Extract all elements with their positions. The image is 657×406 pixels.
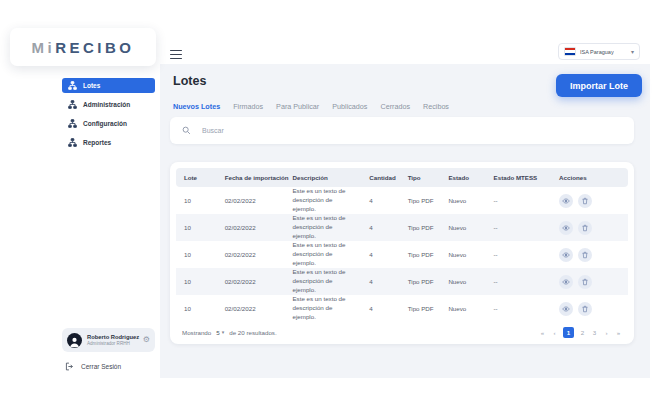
cell-tipo: Tipo PDF bbox=[400, 197, 441, 204]
cell-tipo: Tipo PDF bbox=[400, 251, 441, 258]
cell-lote: 10 bbox=[176, 251, 217, 258]
avatar bbox=[67, 333, 82, 348]
cell-fecha: 02/02/2022 bbox=[217, 278, 285, 285]
user-meta: Roberto Rodriguez Administrador RRHH bbox=[87, 334, 139, 347]
table-footer: Mostrando 5 ▾ de 20 resultados. « ‹ 1 2 … bbox=[176, 327, 628, 338]
trash-icon bbox=[581, 305, 589, 313]
cell-estado-mtess: -- bbox=[486, 305, 552, 312]
column-header-lote: Lote bbox=[176, 174, 217, 181]
cell-estado: Nuevo bbox=[440, 251, 485, 258]
pagination: « ‹ 1 2 3 › » bbox=[539, 327, 622, 338]
cell-fecha: 02/02/2022 bbox=[217, 305, 285, 312]
page-size-select[interactable]: 5 ▾ bbox=[216, 329, 224, 336]
cell-estado-mtess: -- bbox=[486, 224, 552, 231]
logout-icon bbox=[65, 362, 74, 371]
cell-cantidad: 4 bbox=[361, 224, 399, 231]
cell-estado-mtess: -- bbox=[486, 251, 552, 258]
brand-logo-text: MiRECIBO bbox=[31, 39, 134, 56]
tab-publicados[interactable]: Publicados bbox=[332, 102, 367, 111]
cell-estado-mtess: -- bbox=[486, 197, 552, 204]
tab-recibos[interactable]: Recibos bbox=[423, 102, 449, 111]
table-header-row: Lote Fecha de importación Descripción Ca… bbox=[176, 168, 628, 187]
sidebar-item-administracion[interactable]: Administración bbox=[62, 97, 155, 112]
delete-button[interactable] bbox=[578, 275, 592, 289]
column-header-cantidad: Cantidad bbox=[361, 174, 399, 181]
tab-cerrados[interactable]: Cerrados bbox=[380, 102, 410, 111]
view-button[interactable] bbox=[559, 302, 573, 316]
sidebar-item-label: Reportes bbox=[83, 139, 111, 146]
view-button[interactable] bbox=[559, 194, 573, 208]
cell-estado: Nuevo bbox=[440, 278, 485, 285]
cell-tipo: Tipo PDF bbox=[400, 305, 441, 312]
sidebar-nav: Lotes Administración Configuración Repor… bbox=[62, 78, 155, 154]
delete-button[interactable] bbox=[578, 302, 592, 316]
tabs: Nuevos Lotes Firmados Para Publicar Publ… bbox=[173, 102, 449, 111]
pagination-last[interactable]: » bbox=[615, 329, 622, 336]
results-summary: Mostrando 5 ▾ de 20 resultados. bbox=[182, 329, 277, 336]
logout-button[interactable]: Cerrar Sesión bbox=[65, 362, 121, 371]
lotes-table: Lote Fecha de importación Descripción Ca… bbox=[170, 162, 634, 344]
delete-button[interactable] bbox=[578, 248, 592, 262]
eye-icon bbox=[562, 305, 570, 313]
column-header-estado-mtess: Estado MTESS bbox=[486, 174, 552, 181]
cell-acciones bbox=[551, 275, 628, 289]
column-header-descripcion: Descripción bbox=[284, 174, 361, 181]
cell-acciones bbox=[551, 248, 628, 262]
cell-cantidad: 4 bbox=[361, 197, 399, 204]
tab-nuevos-lotes[interactable]: Nuevos Lotes bbox=[173, 102, 220, 111]
person-icon bbox=[68, 335, 81, 348]
sidebar-item-lotes[interactable]: Lotes bbox=[62, 78, 155, 93]
cell-descripcion: Este es un texto de descripción de ejemp… bbox=[284, 241, 361, 267]
table-row: 10 02/02/2022 Este es un texto de descri… bbox=[176, 187, 628, 214]
page-size-value: 5 bbox=[216, 329, 219, 336]
eye-icon bbox=[562, 251, 570, 259]
company-selector-value: ISA Paraguay bbox=[580, 49, 614, 55]
trash-icon bbox=[581, 278, 589, 286]
delete-button[interactable] bbox=[578, 221, 592, 235]
pagination-page-1[interactable]: 1 bbox=[563, 327, 574, 338]
sidebar-item-configuracion[interactable]: Configuración bbox=[62, 116, 155, 131]
sidebar-item-label: Configuración bbox=[83, 120, 127, 127]
trash-icon bbox=[581, 224, 589, 232]
cell-lote: 10 bbox=[176, 305, 217, 312]
pagination-page-3[interactable]: 3 bbox=[591, 329, 598, 336]
delete-button[interactable] bbox=[578, 194, 592, 208]
search-input[interactable] bbox=[200, 126, 622, 135]
trash-icon bbox=[581, 251, 589, 259]
company-selector[interactable]: ISA Paraguay ▾ bbox=[558, 43, 640, 60]
sidebar-item-label: Lotes bbox=[83, 82, 100, 89]
cell-fecha: 02/02/2022 bbox=[217, 251, 285, 258]
cell-lote: 10 bbox=[176, 224, 217, 231]
pagination-prev[interactable]: ‹ bbox=[551, 329, 558, 336]
user-card[interactable]: Roberto Rodriguez Administrador RRHH ⚙ bbox=[62, 328, 155, 352]
pagination-first[interactable]: « bbox=[539, 329, 546, 336]
tab-para-publicar[interactable]: Para Publicar bbox=[276, 102, 319, 111]
hamburger-menu-icon[interactable] bbox=[170, 50, 182, 59]
user-name: Roberto Rodriguez bbox=[87, 334, 139, 341]
pagination-page-2[interactable]: 2 bbox=[579, 329, 586, 336]
sidebar-item-reportes[interactable]: Reportes bbox=[62, 135, 155, 150]
pagination-next[interactable]: › bbox=[603, 329, 610, 336]
eye-icon bbox=[562, 278, 570, 286]
cell-estado: Nuevo bbox=[440, 224, 485, 231]
eye-icon bbox=[562, 197, 570, 205]
brand-prefix: Mi bbox=[31, 39, 55, 56]
cell-estado: Nuevo bbox=[440, 197, 485, 204]
view-button[interactable] bbox=[559, 221, 573, 235]
import-lote-button[interactable]: Importar Lote bbox=[556, 74, 642, 97]
view-button[interactable] bbox=[559, 248, 573, 262]
tab-firmados[interactable]: Firmados bbox=[233, 102, 263, 111]
cell-descripcion: Este es un texto de descripción de ejemp… bbox=[284, 214, 361, 240]
paraguay-flag-icon bbox=[564, 47, 576, 56]
table-row: 10 02/02/2022 Este es un texto de descri… bbox=[176, 268, 628, 295]
cell-fecha: 02/02/2022 bbox=[217, 224, 285, 231]
gear-icon[interactable]: ⚙ bbox=[143, 336, 150, 344]
chevron-down-icon: ▾ bbox=[631, 49, 634, 55]
page-title: Lotes bbox=[173, 74, 206, 88]
logout-label: Cerrar Sesión bbox=[81, 363, 121, 370]
main-content: Lotes Nuevos Lotes Firmados Para Publica… bbox=[160, 64, 650, 378]
cell-cantidad: 4 bbox=[361, 278, 399, 285]
showing-prefix: Mostrando bbox=[182, 329, 211, 336]
view-button[interactable] bbox=[559, 275, 573, 289]
column-header-acciones: Acciones bbox=[551, 174, 628, 181]
